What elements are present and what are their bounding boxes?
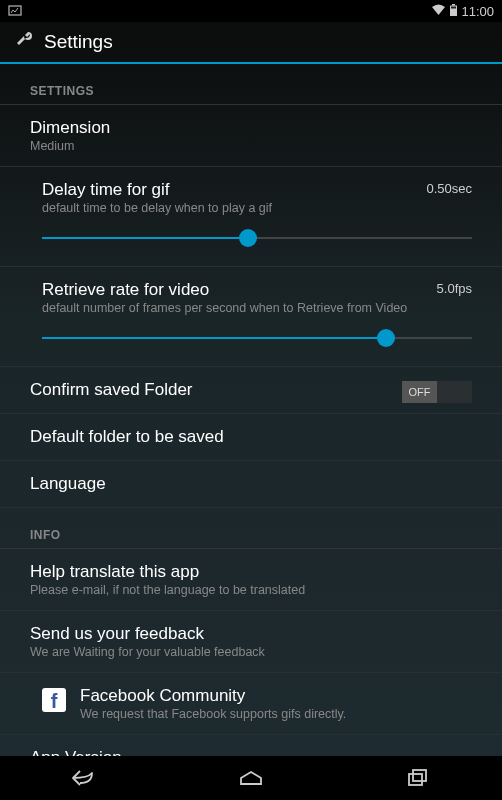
retrieve-title: Retrieve rate for video — [42, 280, 472, 300]
home-button[interactable] — [221, 763, 281, 793]
facebook-title: Facebook Community — [80, 686, 346, 706]
section-settings: SETTINGS — [0, 64, 502, 105]
row-feedback[interactable]: Send us your feedback We are Waiting for… — [0, 611, 502, 673]
navigation-bar — [0, 756, 502, 800]
slider-thumb[interactable] — [239, 229, 257, 247]
row-default-folder[interactable]: Default folder to be saved — [0, 414, 502, 461]
delay-subtitle: default time to be delay when to play a … — [42, 201, 472, 215]
page-title: Settings — [44, 31, 113, 53]
svg-rect-0 — [9, 6, 21, 15]
retrieve-subtitle: default number of frames per second when… — [42, 301, 472, 315]
facebook-icon: f — [42, 688, 66, 712]
row-delay[interactable]: Delay time for gif default time to be de… — [0, 167, 502, 267]
translate-title: Help translate this app — [30, 562, 472, 582]
svg-rect-5 — [413, 770, 426, 781]
dimension-value: Medium — [30, 139, 472, 153]
battery-icon — [450, 4, 457, 19]
status-time: 11:00 — [461, 4, 494, 19]
status-notification-icon — [8, 5, 22, 17]
section-info: INFO — [0, 508, 502, 549]
slider-fill — [42, 237, 248, 239]
delay-value: 0.50sec — [426, 181, 472, 196]
wrench-icon — [14, 30, 34, 54]
row-retrieve[interactable]: Retrieve rate for video default number o… — [0, 267, 502, 367]
wifi-icon — [431, 4, 446, 19]
row-translate[interactable]: Help translate this app Please e-mail, i… — [0, 549, 502, 611]
recent-apps-button[interactable] — [388, 763, 448, 793]
row-dimension[interactable]: Dimension Medium — [0, 105, 502, 167]
slider-fill — [42, 337, 386, 339]
toggle-off: OFF — [402, 381, 437, 403]
language-title: Language — [30, 474, 472, 494]
slider-thumb[interactable] — [377, 329, 395, 347]
facebook-subtitle: We request that Facebook supports gifs d… — [80, 707, 346, 721]
default-folder-title: Default folder to be saved — [30, 427, 472, 447]
title-bar: Settings — [0, 22, 502, 64]
back-button[interactable] — [54, 763, 114, 793]
retrieve-value: 5.0fps — [437, 281, 472, 296]
dimension-title: Dimension — [30, 118, 472, 138]
svg-rect-2 — [452, 4, 455, 6]
settings-list: SETTINGS Dimension Medium Delay time for… — [0, 64, 502, 800]
svg-rect-4 — [409, 774, 422, 785]
toggle-on — [437, 381, 472, 403]
row-confirm-folder[interactable]: Confirm saved Folder OFF — [0, 367, 502, 414]
row-language[interactable]: Language — [0, 461, 502, 508]
status-bar: 11:00 — [0, 0, 502, 22]
feedback-subtitle: We are Waiting for your valuable feedbac… — [30, 645, 472, 659]
row-facebook[interactable]: f Facebook Community We request that Fac… — [0, 673, 502, 735]
retrieve-slider[interactable] — [42, 325, 472, 353]
delay-title: Delay time for gif — [42, 180, 472, 200]
delay-slider[interactable] — [42, 225, 472, 253]
svg-rect-3 — [451, 6, 456, 8]
confirm-folder-toggle[interactable]: OFF — [402, 381, 472, 403]
feedback-title: Send us your feedback — [30, 624, 472, 644]
translate-subtitle: Please e-mail, if not the language to be… — [30, 583, 472, 597]
